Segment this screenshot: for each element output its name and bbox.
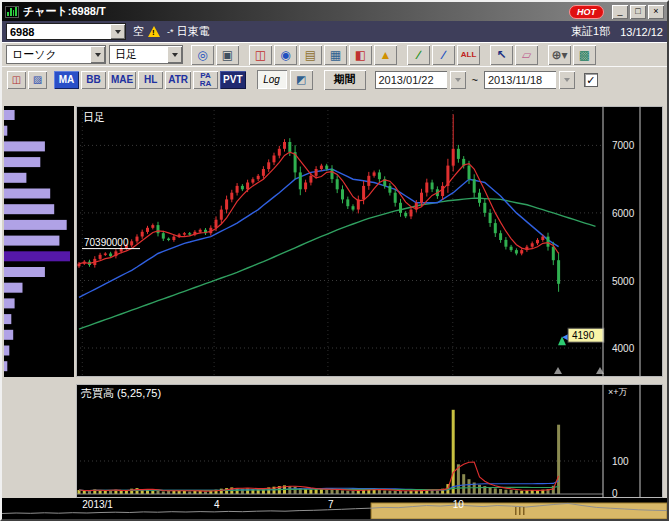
svg-text:6000: 6000 [612, 208, 635, 219]
trend-icon-button[interactable]: ◩ [290, 70, 313, 90]
trend-icon: ◩ [296, 73, 306, 86]
warning-icon: ! [148, 26, 160, 37]
svg-text:4190: 4190 [572, 330, 595, 341]
indicator-ma-button[interactable]: MA [54, 71, 79, 89]
candle-style-toggle-icon: ◫ [12, 74, 21, 85]
indicator-toolbar: ◫▨ MABBMAEHLATRPARAPVT Log ◩ 期間 2013/01/… [2, 66, 667, 92]
alert-icon-glyph: ▲ [380, 48, 392, 62]
tilde-label: ~ [472, 74, 478, 86]
indicator-hl-button[interactable]: HL [138, 71, 163, 89]
toolbar-icons: ◎▣◫◉▤▦◧▲∕∕ALL↖▱⊕▾▩ [191, 45, 596, 65]
date-to-dropdown[interactable] [559, 71, 575, 89]
check-icon: ✓ [586, 74, 595, 86]
zoom-icon-glyph: ◎ [197, 48, 207, 62]
chart-window: チャート:6988/T HOT _ □ × 空 ! -* 日東電 東証1部 13… [0, 0, 669, 521]
chart-navigator[interactable]: 2013/14710 [2, 498, 667, 519]
quote-bar: 空 ! -* 日東電 東証1部 13/12/12 [2, 21, 667, 42]
date-label: 13/12/12 [620, 26, 663, 38]
chart-compare-icon[interactable]: ◫ [249, 45, 272, 65]
volume-chart-panel[interactable]: 1000×+万 売買高 (5,25,75) [76, 384, 663, 498]
timeframe-value: 日足 [110, 47, 167, 62]
timeframe-select[interactable]: 日足 [109, 45, 183, 64]
x-axis-label: 7 [328, 499, 334, 510]
app-icon [5, 6, 19, 18]
close-button[interactable]: × [648, 5, 664, 19]
pointer-icon[interactable]: ↖ [490, 45, 513, 65]
date-from-field[interactable]: 2013/01/22 [375, 71, 447, 89]
chart-type-select[interactable]: ローソク [6, 45, 106, 64]
chart-type-value: ローソク [7, 47, 90, 62]
style-toggles: ◫▨ [7, 71, 47, 89]
marker-pen-icon-glyph: ∕ [442, 48, 444, 62]
name-prefix: -* [167, 27, 174, 37]
period-button[interactable]: 期間 [324, 70, 366, 90]
settings-dropdown-icon[interactable]: ⊕▾ [548, 45, 571, 65]
draw-pen-icon[interactable]: ∕ [407, 45, 430, 65]
svg-text:×+万: ×+万 [608, 387, 628, 397]
settings-dropdown-icon-glyph: ⊕▾ [551, 48, 567, 62]
indicator-mae-button[interactable]: MAE [108, 71, 136, 89]
date-to-field[interactable]: 2013/11/18 [484, 71, 556, 89]
svg-text:7000: 7000 [612, 140, 635, 151]
alert-icon[interactable]: ▲ [374, 45, 397, 65]
all-button[interactable]: ALL [457, 45, 480, 65]
palette-chart-icon[interactable]: ▩ [573, 45, 596, 65]
x-axis-label: 10 [453, 499, 464, 510]
date-from-dropdown[interactable] [450, 71, 466, 89]
line-style-toggle[interactable]: ▨ [28, 71, 47, 89]
log-scale-button[interactable]: Log [257, 70, 287, 89]
hot-badge[interactable]: HOT [569, 5, 604, 19]
draw-pen-icon-glyph: ∕ [417, 48, 419, 62]
layout-icon-glyph: ▣ [222, 48, 233, 62]
candlestick-chart[interactable]: 7000600050004000703900004190 [76, 106, 663, 377]
indicator-buttons: MABBMAEHLATRPARAPVT [54, 71, 246, 89]
indicator-bb-button[interactable]: BB [81, 71, 106, 89]
margin-label: 空 [133, 24, 144, 39]
svg-text:100: 100 [612, 456, 629, 467]
x-axis-label: 4 [214, 499, 220, 510]
chart-compare-icon-glyph: ◫ [255, 48, 266, 62]
grid-icon[interactable]: ▦ [324, 45, 347, 65]
volume-chart[interactable]: 1000×+万 [76, 384, 663, 498]
eraser-icon[interactable]: ▱ [515, 45, 538, 65]
titlebar[interactable]: チャート:6988/T HOT _ □ × [2, 2, 667, 21]
marker-pen-icon[interactable]: ∕ [432, 45, 455, 65]
period-checkbox[interactable]: ✓ [584, 73, 598, 87]
grid-icon-glyph: ▦ [330, 48, 341, 62]
layout-icon[interactable]: ▣ [216, 45, 239, 65]
x-axis-label: 2013/1 [82, 499, 113, 510]
maximize-button[interactable]: □ [630, 5, 646, 19]
stock-code-combo[interactable] [6, 23, 126, 40]
date-from-value: 2013/01/22 [379, 74, 434, 86]
chevron-down-icon[interactable] [90, 46, 105, 63]
candle-style-toggle[interactable]: ◫ [7, 71, 26, 89]
chevron-down-icon[interactable] [167, 46, 182, 63]
search-icon[interactable]: ◉ [274, 45, 297, 65]
market-label: 東証1部 [571, 24, 610, 39]
palette-chart-icon-glyph: ▩ [579, 48, 590, 62]
volume-profile-chart [4, 106, 74, 377]
news-icon-glyph: ▤ [305, 48, 316, 62]
indicator-pa-ra-button[interactable]: PARA [193, 71, 218, 89]
eraser-icon-glyph: ▱ [522, 48, 531, 62]
date-to-value: 2013/11/18 [488, 74, 542, 86]
indicator-pvt-button[interactable]: PVT [220, 71, 245, 89]
stock-name: 日東電 [177, 24, 210, 39]
svg-text:0: 0 [612, 488, 618, 498]
zoom-icon[interactable]: ◎ [191, 45, 214, 65]
price-chart-panel[interactable]: 7000600050004000703900004190 日足 [76, 106, 663, 377]
volume-profile-panel [4, 106, 74, 377]
search-icon-glyph: ◉ [280, 48, 290, 62]
news-icon[interactable]: ▤ [299, 45, 322, 65]
minimize-button[interactable]: _ [612, 5, 628, 19]
svg-text:4000: 4000 [612, 343, 635, 354]
pointer-icon-glyph: ↖ [496, 48, 506, 62]
all-button-glyph: ALL [461, 50, 477, 59]
line-style-toggle-icon: ▨ [33, 74, 42, 85]
indicator-atr-button[interactable]: ATR [165, 71, 191, 89]
chevron-down-icon[interactable] [110, 24, 125, 39]
stock-code-input[interactable] [7, 24, 110, 39]
window-title: チャート:6988/T [23, 4, 569, 19]
svg-text:5000: 5000 [612, 276, 635, 287]
candlestick-icon[interactable]: ◧ [349, 45, 372, 65]
